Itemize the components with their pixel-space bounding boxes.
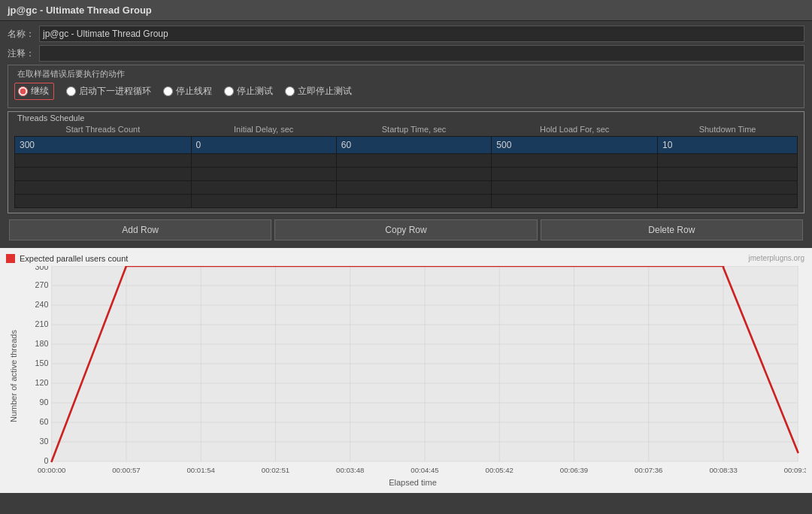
- radio-continue-input[interactable]: [18, 86, 28, 96]
- col-startup-time: Startup Time, sec: [336, 122, 492, 137]
- radio-stop-thread-input[interactable]: [163, 86, 173, 96]
- delete-row-button[interactable]: Delete Row: [541, 219, 803, 240]
- name-row: 名称：: [8, 26, 804, 42]
- svg-text:240: 240: [35, 301, 49, 309]
- schedule-table: Start Threads Count Initial Delay, sec S…: [14, 122, 798, 208]
- radio-next-loop-label: 启动下一进程循环: [79, 85, 151, 98]
- col-initial-delay: Initial Delay, sec: [191, 122, 336, 137]
- radio-stop-thread-label: 停止线程: [176, 85, 212, 98]
- svg-text:00:07:36: 00:07:36: [635, 467, 662, 474]
- threads-schedule: Threads Schedule Start Threads Count Ini…: [8, 111, 804, 213]
- radio-stop-test-input[interactable]: [224, 86, 234, 96]
- svg-text:270: 270: [35, 281, 49, 289]
- svg-text:00:05:42: 00:05:42: [486, 467, 514, 474]
- schedule-header-row: Start Threads Count Initial Delay, sec S…: [15, 122, 798, 137]
- radio-continue-label: 继续: [31, 85, 49, 98]
- cell-startup-time[interactable]: 60: [336, 137, 492, 154]
- threads-legend: Threads Schedule: [14, 113, 798, 122]
- cell-shutdown-time[interactable]: 10: [658, 137, 798, 154]
- svg-text:210: 210: [35, 320, 49, 328]
- comment-label: 注释：: [8, 47, 39, 60]
- x-axis-label: Elapsed time: [20, 478, 806, 487]
- radio-stop-now-label: 立即停止测试: [298, 85, 352, 98]
- svg-text:60: 60: [40, 418, 49, 426]
- table-row-empty4: [15, 195, 798, 208]
- svg-text:150: 150: [35, 359, 49, 367]
- legend-color-box: [6, 254, 15, 263]
- legend-label: Expected parallel users count: [20, 254, 128, 263]
- svg-text:00:00:00: 00:00:00: [38, 467, 65, 474]
- chart-section: Expected parallel users count jmeterplug…: [0, 248, 812, 493]
- radio-stop-test-label: 停止测试: [237, 85, 273, 98]
- svg-text:0: 0: [44, 457, 48, 465]
- svg-text:00:02:51: 00:02:51: [262, 467, 289, 474]
- form-section: 名称： 注释： 在取样器错误后要执行的动作 继续 启动下一进程循环 停止线程 停…: [0, 21, 812, 243]
- col-hold-load: Hold Load For, sec: [492, 122, 658, 137]
- table-row-empty2: [15, 168, 798, 181]
- cell-start-threads[interactable]: 300: [15, 137, 192, 154]
- svg-text:00:01:54: 00:01:54: [187, 467, 215, 474]
- svg-text:300: 300: [35, 266, 49, 271]
- svg-text:180: 180: [35, 340, 49, 348]
- svg-text:00:06:39: 00:06:39: [560, 467, 588, 474]
- window-title: jp@gc - Ultimate Thread Group: [0, 0, 812, 21]
- radio-stop-now-input[interactable]: [285, 86, 295, 96]
- jmeter-credit: jmeterplugns.org: [749, 254, 804, 262]
- radio-continue[interactable]: 继续: [14, 83, 54, 100]
- svg-text:00:04:45: 00:04:45: [411, 467, 438, 474]
- action-group-legend: 在取样器错误后要执行的动作: [14, 68, 798, 80]
- radio-stop-thread[interactable]: 停止线程: [163, 85, 212, 98]
- svg-text:00:08:33: 00:08:33: [709, 467, 737, 474]
- copy-row-button[interactable]: Copy Row: [274, 219, 537, 240]
- cell-initial-delay[interactable]: 0: [191, 137, 336, 154]
- comment-row: 注释：: [8, 45, 804, 62]
- chart-area: Number of active threads: [6, 266, 806, 487]
- table-row-empty3: [15, 181, 798, 195]
- buttons-row: Add Row Copy Row Delete Row: [8, 219, 804, 240]
- radio-next-loop[interactable]: 启动下一进程循环: [66, 85, 151, 98]
- svg-text:00:00:57: 00:00:57: [112, 467, 140, 474]
- radio-group: 继续 启动下一进程循环 停止线程 停止测试 立即停止测试: [14, 80, 798, 103]
- name-label: 名称：: [8, 28, 39, 41]
- cell-hold-load[interactable]: 500: [492, 137, 658, 154]
- table-row[interactable]: 300 0 60 500 10: [15, 137, 798, 154]
- chart-legend: Expected parallel users count: [6, 254, 806, 263]
- svg-text:30: 30: [40, 437, 49, 446]
- chart-inner: 0 30 60 90 120 150 180 210 240 270 300 0…: [20, 266, 806, 487]
- col-shutdown-time: Shutdown Time: [658, 122, 798, 137]
- radio-next-loop-input[interactable]: [66, 86, 76, 96]
- svg-text:00:03:48: 00:03:48: [336, 467, 364, 474]
- action-group: 在取样器错误后要执行的动作 继续 启动下一进程循环 停止线程 停止测试 立即停止…: [8, 65, 804, 108]
- radio-stop-test[interactable]: 停止测试: [224, 85, 273, 98]
- add-row-button[interactable]: Add Row: [9, 219, 271, 240]
- table-row-empty1: [15, 154, 798, 168]
- y-axis-label: Number of active threads: [6, 266, 20, 487]
- name-input[interactable]: [39, 26, 804, 42]
- chart-svg: 0 30 60 90 120 150 180 210 240 270 300 0…: [20, 266, 806, 476]
- svg-text:00:09:30: 00:09:30: [784, 467, 806, 474]
- svg-text:90: 90: [40, 398, 49, 407]
- col-start-threads: Start Threads Count: [15, 122, 192, 137]
- svg-text:120: 120: [35, 379, 49, 387]
- comment-input[interactable]: [39, 45, 804, 62]
- radio-stop-now[interactable]: 立即停止测试: [285, 85, 352, 98]
